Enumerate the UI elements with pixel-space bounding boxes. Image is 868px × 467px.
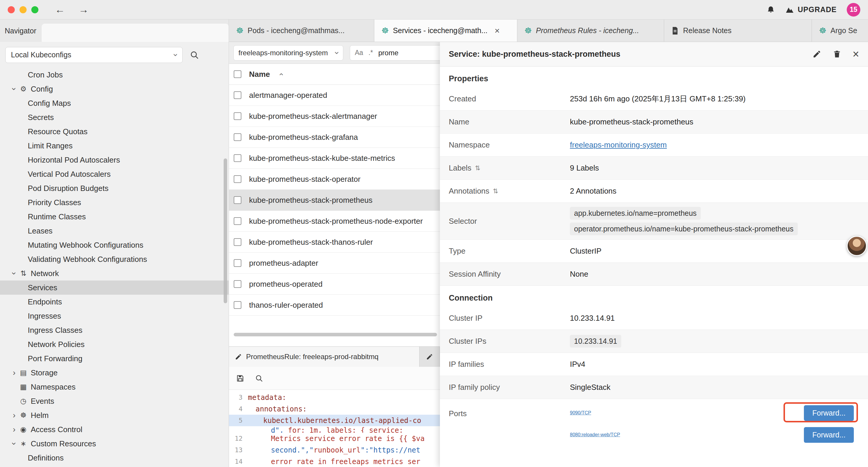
namespace-link[interactable]: freeleaps-monitoring-system bbox=[570, 140, 667, 149]
row-checkbox[interactable] bbox=[234, 259, 241, 267]
sidebar-item[interactable]: › Horizontal Pod Autoscalers bbox=[0, 153, 229, 167]
sidebar-item[interactable]: › Services bbox=[0, 281, 229, 295]
table-row[interactable]: kube-prometheus-stack-alertmanager bbox=[229, 106, 440, 127]
yaml-editor[interactable]: 3metadata: 4annotations: 5kubectl.kubern… bbox=[229, 390, 440, 467]
tab-prometheus-rules[interactable]: ☸ Prometheus Rules - icecheng... bbox=[517, 20, 664, 42]
service-name: kube-prometheus-stack-alertmanager bbox=[249, 112, 377, 121]
table-row[interactable]: alertmanager-operated bbox=[229, 85, 440, 106]
services-list-panel: freeleaps-monitoring-system › Aa .* prom… bbox=[229, 42, 440, 467]
sidebar-item[interactable]: › ∗ Custom Resources bbox=[0, 437, 229, 451]
maximize-window-button[interactable] bbox=[31, 6, 38, 13]
type-row: Type ClusterIP bbox=[440, 240, 868, 263]
sidebar-item[interactable]: › Endpoints bbox=[0, 295, 229, 309]
dock-tab-next[interactable] bbox=[420, 347, 440, 367]
minimize-window-button[interactable] bbox=[20, 6, 27, 13]
search-query-text: prome bbox=[378, 49, 398, 57]
sidebar-item[interactable]: › ▤ Storage bbox=[0, 366, 229, 380]
forward-button[interactable]: → bbox=[79, 4, 89, 16]
sidebar-item[interactable]: › Resource Quotas bbox=[0, 124, 229, 139]
sidebar-item[interactable]: › ⇅ Network bbox=[0, 266, 229, 281]
row-checkbox[interactable] bbox=[234, 217, 241, 225]
tab-close-icon[interactable]: × bbox=[495, 26, 500, 36]
delete-trash-icon[interactable] bbox=[833, 50, 841, 59]
dock-tab-prometheusrule[interactable]: PrometheusRule: freeleaps-prod-rabbitmq bbox=[229, 347, 420, 367]
navigator-panel-tab[interactable] bbox=[42, 24, 229, 42]
service-name: kube-prometheus-stack-kube-state-metrics bbox=[249, 154, 395, 163]
sidebar-item[interactable]: › Limit Ranges bbox=[0, 139, 229, 153]
tab-services[interactable]: ☸ Services - icecheng@math... × bbox=[374, 20, 517, 42]
match-case-toggle[interactable]: Aa bbox=[355, 49, 363, 57]
port-forward-button[interactable]: Forward... bbox=[804, 427, 854, 443]
sidebar-item[interactable]: › Vertical Pod Autoscalers bbox=[0, 167, 229, 181]
tab-release-notes[interactable]: Release Notes bbox=[664, 20, 812, 42]
row-checkbox[interactable] bbox=[234, 133, 241, 141]
row-checkbox[interactable] bbox=[234, 280, 241, 288]
user-avatar[interactable] bbox=[847, 236, 867, 256]
sidebar-item[interactable]: › Cron Jobs bbox=[0, 68, 229, 82]
sidebar-item[interactable]: › Validating Webhook Configurations bbox=[0, 252, 229, 266]
table-row[interactable]: kube-prometheus-stack-grafana bbox=[229, 127, 440, 148]
close-icon[interactable]: × bbox=[852, 49, 859, 60]
name-column-header[interactable]: Name bbox=[249, 70, 270, 79]
notification-count-badge[interactable]: 15 bbox=[847, 3, 860, 17]
tab-argo[interactable]: ☸ Argo Se bbox=[812, 20, 868, 42]
sidebar-item[interactable]: › Network Policies bbox=[0, 337, 229, 351]
horizontal-scrollbar[interactable] bbox=[234, 333, 437, 337]
row-checkbox[interactable] bbox=[234, 112, 241, 120]
row-checkbox[interactable] bbox=[234, 301, 241, 309]
table-row[interactable]: thanos-ruler-operated bbox=[229, 295, 440, 316]
edit-pencil-icon[interactable] bbox=[812, 50, 821, 59]
port-link[interactable]: 9090/TCP bbox=[570, 410, 591, 415]
table-row[interactable]: prometheus-adapter bbox=[229, 253, 440, 274]
table-row[interactable]: kube-prometheus-stack-prometheus bbox=[229, 190, 440, 211]
sidebar-item[interactable]: › Secrets bbox=[0, 110, 229, 124]
sidebar-item[interactable]: › Ingress Classes bbox=[0, 323, 229, 337]
sidebar-scrollbar[interactable] bbox=[224, 158, 227, 303]
table-row[interactable]: kube-prometheus-stack-thanos-ruler bbox=[229, 232, 440, 253]
expand-toggle-icon[interactable]: ⇅ bbox=[493, 187, 498, 195]
table-row[interactable]: kube-prometheus-stack-prometheus-node-ex… bbox=[229, 211, 440, 232]
regex-toggle[interactable]: .* bbox=[368, 49, 373, 57]
tab-pods[interactable]: ☸ Pods - icecheng@mathmas... bbox=[229, 20, 374, 42]
port-forward-button[interactable]: Forward... bbox=[804, 405, 854, 421]
search-input[interactable]: Aa .* prome bbox=[350, 45, 440, 61]
row-checkbox[interactable] bbox=[234, 154, 241, 162]
notifications-bell-icon[interactable] bbox=[766, 5, 775, 14]
namespace-filter-dropdown[interactable]: freeleaps-monitoring-system › bbox=[234, 45, 343, 61]
sidebar-item[interactable]: › Config Maps bbox=[0, 96, 229, 110]
editor-search-icon[interactable] bbox=[255, 374, 263, 382]
select-all-checkbox[interactable] bbox=[234, 70, 241, 78]
sidebar-item[interactable]: › ◷ Events bbox=[0, 394, 229, 408]
save-icon[interactable] bbox=[236, 374, 244, 382]
sidebar-item-icon: ⇅ bbox=[20, 269, 27, 278]
close-window-button[interactable] bbox=[8, 6, 15, 13]
cluster-ip-row: Cluster IP 10.233.14.91 bbox=[440, 307, 868, 330]
row-checkbox[interactable] bbox=[234, 175, 241, 183]
expand-toggle-icon[interactable]: ⇅ bbox=[475, 164, 480, 172]
row-checkbox[interactable] bbox=[234, 238, 241, 246]
sidebar-item[interactable]: › ⚙ Config bbox=[0, 82, 229, 96]
sidebar-item[interactable]: › Runtime Classes bbox=[0, 209, 229, 224]
sidebar-item[interactable]: › Ingresses bbox=[0, 309, 229, 323]
sidebar-item[interactable]: › Leases bbox=[0, 224, 229, 238]
kubeconfig-dropdown[interactable]: Local Kubeconfigs › bbox=[5, 47, 183, 63]
table-row[interactable]: prometheus-operated bbox=[229, 274, 440, 295]
row-checkbox[interactable] bbox=[234, 91, 241, 99]
sidebar-item-label: Vertical Pod Autoscalers bbox=[28, 170, 111, 179]
sidebar-item[interactable]: › Pod Disruption Budgets bbox=[0, 181, 229, 195]
sidebar-item[interactable]: › ◉ Access Control bbox=[0, 422, 229, 437]
row-checkbox[interactable] bbox=[234, 196, 241, 204]
sidebar-item[interactable]: › Definitions bbox=[0, 451, 229, 465]
sidebar-item[interactable]: › ☸ Helm bbox=[0, 408, 229, 422]
table-row[interactable]: kube-prometheus-stack-operator bbox=[229, 169, 440, 190]
sidebar-search-icon[interactable] bbox=[190, 50, 199, 60]
sidebar-item[interactable]: › Port Forwarding bbox=[0, 351, 229, 366]
sidebar-item[interactable]: › ▦ Namespaces bbox=[0, 380, 229, 394]
sidebar-item[interactable]: › Mutating Webhook Configurations bbox=[0, 238, 229, 252]
port-link[interactable]: 8080:reloader-web/TCP bbox=[570, 432, 620, 437]
back-button[interactable]: ← bbox=[55, 4, 65, 16]
sidebar-item[interactable]: › Priority Classes bbox=[0, 195, 229, 209]
table-row[interactable]: kube-prometheus-stack-kube-state-metrics bbox=[229, 148, 440, 169]
upgrade-button[interactable]: UPGRADE bbox=[785, 5, 837, 14]
sidebar-item-label: Port Forwarding bbox=[28, 354, 83, 363]
